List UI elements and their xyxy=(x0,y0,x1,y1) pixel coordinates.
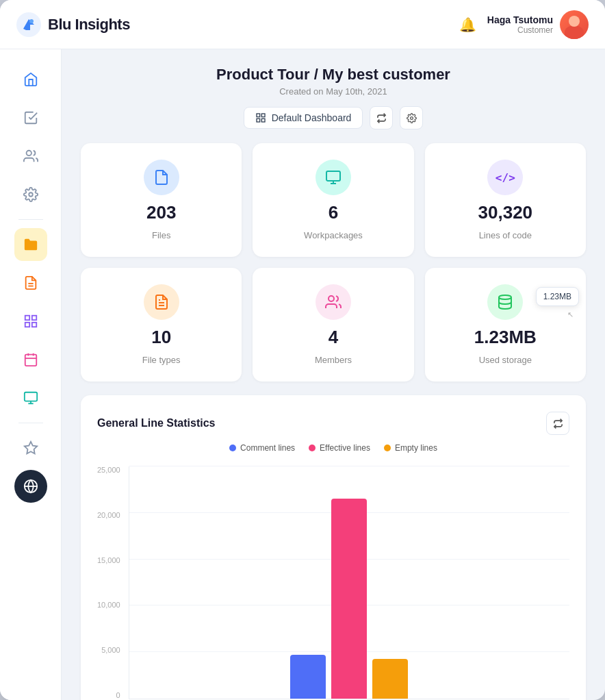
svg-rect-8 xyxy=(25,323,29,327)
chart-area: 0 5,000 10,000 15,000 20,000 25,000 xyxy=(97,466,569,699)
svg-rect-9 xyxy=(31,323,36,327)
files-label: Files xyxy=(152,230,170,240)
sidebar-item-home[interactable] xyxy=(14,63,47,96)
svg-rect-25 xyxy=(326,171,340,181)
header: Blu Insights 🔔 Haga Tsutomu Customer xyxy=(0,0,605,49)
empty-label: Empty lines xyxy=(395,443,437,453)
workpackages-icon xyxy=(316,160,351,195)
stat-card-workpackages: 6 Workpackages xyxy=(253,143,413,257)
svg-rect-21 xyxy=(261,114,265,117)
y-label-0: 0 xyxy=(97,692,120,699)
sidebar-divider-2 xyxy=(18,423,43,423)
sidebar-divider-1 xyxy=(18,219,43,220)
svg-marker-17 xyxy=(24,442,36,453)
lines-label: Lines of code xyxy=(479,230,532,240)
bar-comment xyxy=(290,655,326,699)
sidebar-item-notes[interactable] xyxy=(14,266,47,299)
legend-effective: Effective lines xyxy=(309,443,370,453)
logo-area: Blu Insights xyxy=(16,12,130,37)
empty-dot xyxy=(384,445,391,451)
files-icon xyxy=(144,160,179,195)
header-right: 🔔 Haga Tsutomu Customer xyxy=(459,10,589,39)
svg-rect-23 xyxy=(261,118,265,122)
stat-card-files: 203 Files xyxy=(81,143,242,257)
logo-text: Blu Insights xyxy=(48,16,130,34)
main-content: Product Tour / My best customer Created … xyxy=(62,49,605,700)
filetypes-icon xyxy=(144,284,179,320)
svg-rect-22 xyxy=(257,118,260,122)
dashboard-label: Default Dashboard xyxy=(272,112,352,123)
stat-card-filetypes: 10 File types xyxy=(81,268,242,382)
filetypes-label: File types xyxy=(142,355,181,365)
notification-bell[interactable]: 🔔 xyxy=(459,16,476,33)
sidebar-item-compass[interactable] xyxy=(14,432,47,464)
storage-tooltip: 1.23MB xyxy=(536,287,579,306)
stats-grid: 203 Files 6 Workpackages </> 30,320 xyxy=(81,143,586,382)
chart-header: General Line Statistics xyxy=(97,412,569,435)
sidebar-item-globe[interactable] xyxy=(14,470,47,503)
lines-value: 30,320 xyxy=(478,202,533,223)
effective-label: Effective lines xyxy=(320,443,370,453)
comment-dot xyxy=(229,445,236,451)
storage-value: 1.23MB xyxy=(474,327,537,348)
lines-icon: </> xyxy=(487,160,523,195)
y-label-25k: 25,000 xyxy=(97,466,120,474)
svg-point-2 xyxy=(26,151,31,155)
storage-icon xyxy=(487,284,523,320)
sidebar-item-team[interactable] xyxy=(14,140,47,173)
chart-swap-icon xyxy=(553,418,563,429)
svg-rect-6 xyxy=(25,316,29,320)
y-label-20k: 20,000 xyxy=(97,512,120,519)
page-title: Product Tour / My best customer xyxy=(81,66,586,84)
svg-point-31 xyxy=(499,295,511,299)
user-info: Haga Tsutomu Customer xyxy=(487,14,553,35)
gear-icon xyxy=(407,113,417,123)
page-header: Product Tour / My best customer Created … xyxy=(81,66,586,129)
user-role: Customer xyxy=(487,25,553,35)
files-value: 203 xyxy=(146,202,176,223)
user-name: Haga Tsutomu xyxy=(487,14,553,25)
members-icon xyxy=(316,284,351,320)
cursor-indicator: ↖ xyxy=(567,310,574,319)
sidebar-item-calendar[interactable] xyxy=(14,343,47,376)
y-label-10k: 10,000 xyxy=(97,601,120,609)
svg-point-3 xyxy=(29,192,33,197)
gear-button[interactable] xyxy=(400,106,423,129)
avatar xyxy=(560,10,589,39)
toolbar: Default Dashboard xyxy=(81,106,586,129)
sidebar-item-settings[interactable] xyxy=(14,178,47,211)
y-axis: 0 5,000 10,000 15,000 20,000 25,000 xyxy=(97,466,120,699)
members-label: Members xyxy=(315,355,352,365)
storage-label: Used storage xyxy=(479,355,532,365)
filetypes-value: 10 xyxy=(151,327,171,348)
workpackages-label: Workpackages xyxy=(304,230,363,240)
y-label-15k: 15,000 xyxy=(97,557,120,564)
chart-title: General Line Statistics xyxy=(97,417,216,429)
svg-rect-20 xyxy=(257,114,260,117)
workpackages-value: 6 xyxy=(329,202,338,223)
chart-swap-button[interactable] xyxy=(546,412,569,435)
sidebar-item-grid[interactable] xyxy=(14,305,47,338)
dashboard-button[interactable]: Default Dashboard xyxy=(244,107,363,129)
body: Product Tour / My best customer Created … xyxy=(0,49,605,700)
chart-inner xyxy=(129,466,569,699)
sidebar-item-tasks[interactable] xyxy=(14,101,47,134)
members-value: 4 xyxy=(329,327,338,348)
bar-empty xyxy=(372,659,408,699)
sidebar-item-chart[interactable] xyxy=(14,382,47,414)
svg-rect-7 xyxy=(31,316,36,320)
sidebar xyxy=(0,49,62,700)
svg-point-30 xyxy=(329,296,334,301)
user-area[interactable]: Haga Tsutomu Customer xyxy=(487,10,589,39)
bar-effective xyxy=(331,499,367,699)
swap-button[interactable] xyxy=(370,106,393,129)
app-shell: Blu Insights 🔔 Haga Tsutomu Customer xyxy=(0,0,605,700)
dashboard-icon xyxy=(255,112,266,123)
svg-rect-14 xyxy=(24,392,36,401)
effective-dot xyxy=(309,445,316,451)
sidebar-item-folder1[interactable] xyxy=(14,228,47,261)
comment-label: Comment lines xyxy=(240,443,295,453)
page-subtitle: Created on May 10th, 2021 xyxy=(81,86,586,97)
swap-icon xyxy=(376,113,387,123)
svg-point-1 xyxy=(29,19,34,23)
